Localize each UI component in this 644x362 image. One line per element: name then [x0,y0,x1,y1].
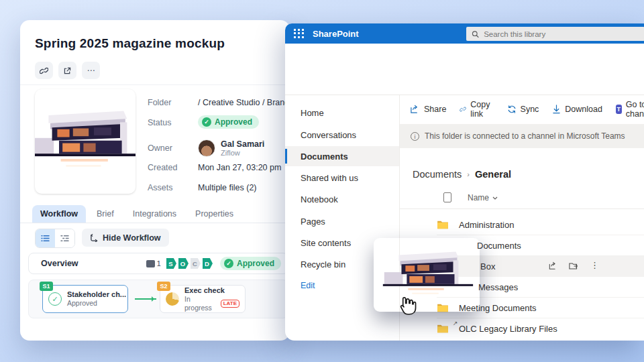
download-button[interactable]: Download [552,105,602,114]
stakeholder-badge: S [166,258,176,269]
row-actions: ⋮ [548,261,599,270]
nav-documents[interactable]: Documents [285,146,399,166]
hide-workflow-button[interactable]: Hide Workflow [82,229,169,247]
tab-integrations[interactable]: Integrations [125,205,184,223]
breadcrumb-current: General [475,169,511,180]
table-row[interactable]: ↗ OLC Legacy Library Files Yesterday at … [399,318,644,339]
stage-connector-arrow [135,298,156,300]
search-icon [472,30,479,38]
owner-org: Ziflow [221,149,264,157]
tab-workflow[interactable]: Workflow [32,205,86,223]
stage-title: Exec check [184,286,239,295]
check-icon: ✓ [224,259,233,268]
go-to-channel-button[interactable]: T Go to channel [616,100,644,119]
ziflow-window: Spring 2025 magazine mockup ⋯ Folder [20,20,290,341]
nav-pages[interactable]: Pages [285,211,399,231]
suite-bar: SharePoint [285,23,644,44]
teams-connection-banner: i This folder is connected to a channel … [400,124,644,148]
breadcrumb-documents[interactable]: Documents [413,169,462,180]
overview-label: Overview [41,259,78,268]
meta-status: Status ✓Approved [148,118,259,129]
workflow-stages: S1 ✓ Stakeholder ch... Approved S2 Exec … [28,280,288,318]
approved-check-icon: ✓ [48,292,62,306]
stage-card-exec[interactable]: S2 Exec check In progress LATE [160,285,246,313]
approved-badge: ✓ Approved [220,257,281,270]
creator-badge: C [191,258,201,269]
proof-title: Spring 2025 magazine mockup [35,36,225,51]
teams-icon: T [616,105,622,114]
meta-assets: Assets Multiple files (2) [148,183,257,192]
waffle-icon[interactable] [294,29,304,39]
tree-view-icon[interactable] [55,229,74,247]
created-date: Mon Jan 27, 03:20 pm [198,163,281,172]
assets-link[interactable]: Multiple files (2) [198,183,257,192]
divider [20,84,290,85]
share-icon [410,105,420,114]
list-view-icon[interactable] [36,229,55,247]
sync-button[interactable]: Sync [507,105,539,114]
workflow-icon [90,234,99,242]
list-header: Name Modified [399,190,644,207]
comment-icon [146,260,155,267]
move-copy-icon[interactable] [569,261,580,270]
in-progress-pie-icon [166,292,179,306]
file-type-column-icon[interactable] [443,192,451,202]
decision-badge: D [203,258,213,269]
nav-conversations[interactable]: Conversations [285,125,399,145]
link-icon[interactable] [35,62,53,79]
avatar [198,139,215,157]
library-command-bar: Share Copy link Sync Down [410,100,644,119]
asset-thumbnail[interactable] [35,89,136,194]
search-box[interactable] [466,27,644,41]
sync-icon [507,105,517,114]
divider [399,208,644,209]
owner-name[interactable]: Gal Samari [221,139,264,149]
folder-icon [437,324,449,333]
more-actions-icon[interactable]: ⋮ [590,261,599,270]
folder-path[interactable]: / Creative Studio / Brand re [198,98,299,107]
table-row[interactable]: Administration November 23 [399,215,644,235]
column-name[interactable]: Name [468,193,498,202]
stage-status: In progress LATE [184,295,239,312]
search-input[interactable] [484,30,639,38]
tab-properties[interactable]: Properties [187,205,241,223]
folder-icon [437,220,449,229]
info-icon: i [411,132,419,141]
house-image [374,238,480,312]
divider [20,223,290,223]
sharepoint-logo[interactable]: SharePoint [313,29,359,39]
share-icon[interactable] [548,261,558,270]
stage-title: Stakeholder ch... [67,290,126,299]
stage-number-badge: S2 [157,282,170,291]
download-icon [552,105,561,114]
proof-actions-toolbar: ⋯ [35,62,100,79]
late-badge: LATE [221,300,239,308]
export-icon[interactable] [58,62,76,79]
view-toggle [35,229,75,248]
stage-number-badge: S1 [40,282,53,291]
copy-link-icon [460,105,466,113]
meta-folder: Folder / Creative Studio / Brand re [148,98,299,107]
overview-status-group: 1 S O C D ✓ Approved [146,257,281,270]
dragged-asset-thumbnail[interactable] [374,238,480,312]
owner-badge: O [178,258,189,269]
shortcut-arrow-icon: ↗ [453,320,458,326]
meta-owner: Owner Gal Samari Ziflow [148,139,264,157]
more-icon[interactable]: ⋯ [82,62,100,79]
proof-tabs: Workflow Brief Integrations Properties [32,204,241,223]
nav-home[interactable]: Home [285,103,399,123]
stage-card-stakeholder[interactable]: S1 ✓ Stakeholder ch... Approved [42,285,128,313]
nav-shared-with-us[interactable]: Shared with us [285,168,399,188]
copy-link-button[interactable]: Copy link [460,100,493,119]
workflow-subtoolbar: Hide Workflow [35,229,169,248]
share-button[interactable]: Share [410,105,446,114]
overview-row[interactable]: Overview 1 S O C D ✓ Approved [28,253,288,274]
stage-status: Approved [67,299,126,308]
desktop-background: Spring 2025 magazine mockup ⋯ Folder [0,0,644,362]
nav-notebook[interactable]: Notebook [285,189,399,209]
breadcrumb: Documents › General [413,169,511,180]
comment-count: 1 [146,259,161,267]
chevron-down-icon [492,196,498,200]
meta-created: Created Mon Jan 27, 03:20 pm [148,163,281,172]
tab-brief[interactable]: Brief [89,205,122,223]
